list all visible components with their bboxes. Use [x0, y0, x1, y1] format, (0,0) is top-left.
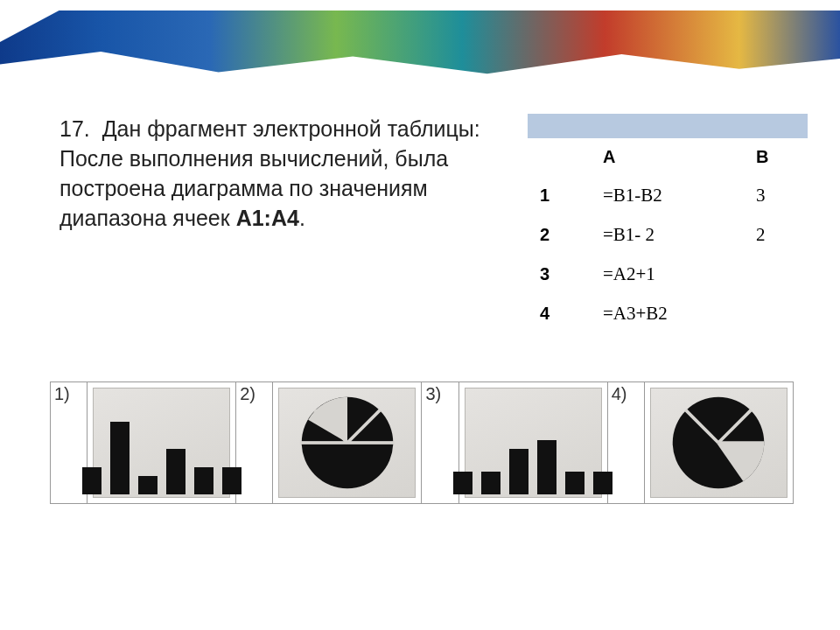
question-range: A1:A4: [236, 206, 299, 230]
cell-b3: [744, 255, 808, 294]
sheet-row-2: 2 =B1- 2 2: [528, 215, 808, 255]
question-period: .: [299, 206, 305, 230]
row3-num: 3: [528, 255, 591, 294]
cell-a3: =A2+1: [591, 255, 744, 294]
bar-chart-1: [82, 403, 242, 498]
cell-a1: =B1-B2: [591, 176, 744, 215]
decorative-banner: [0, 0, 840, 83]
cell-b1: 3: [744, 176, 808, 215]
content-row: 17. Дан фрагмент электронной таблицы: По…: [60, 114, 808, 333]
spreadsheet-table: A B 1 =B1-B2 3 2 =B1- 2 2 3 =A2+1 4 =A3+…: [528, 114, 808, 333]
choice-4-chart: [644, 382, 793, 504]
bar-chart-3: [453, 403, 612, 498]
pie-chart-4: [669, 394, 767, 492]
question-line1: Дан фрагмент электронной таблицы:: [102, 116, 480, 141]
row1-num: 1: [528, 176, 591, 215]
sheet-row-3: 3 =A2+1: [528, 255, 808, 294]
choice-2-number: 2): [236, 382, 273, 504]
sheet-row-4: 4 =A3+B2: [528, 294, 808, 333]
answer-choices: 1) 2): [50, 382, 794, 504]
cell-a2: =B1- 2: [591, 215, 744, 255]
cell-a4: =A3+B2: [591, 294, 744, 333]
cell-b4: [744, 294, 808, 333]
pie-chart-2: [298, 394, 396, 492]
sheet-col-labels: A B: [528, 138, 808, 176]
question-prompt: 17. Дан фрагмент электронной таблицы: По…: [60, 114, 510, 233]
sheet-header-blank: [528, 114, 808, 138]
choice-4-number: 4): [607, 382, 644, 504]
col-b-label: B: [744, 138, 808, 176]
row4-num: 4: [528, 294, 591, 333]
choice-2-chart: [273, 382, 422, 504]
col-a-label: A: [591, 138, 744, 176]
sheet-row-1: 1 =B1-B2 3: [528, 176, 808, 215]
question-number: 17.: [60, 116, 90, 141]
cell-b2: 2: [744, 215, 808, 255]
row2-num: 2: [528, 215, 591, 255]
choice-3-chart: [458, 382, 607, 504]
choice-1-chart: [88, 382, 236, 504]
